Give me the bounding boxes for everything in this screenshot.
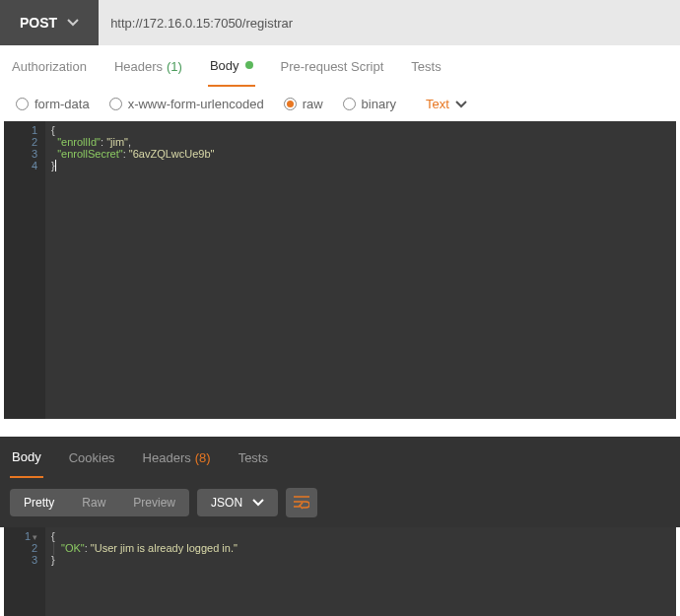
line-number: 1 [12, 124, 37, 136]
radio-form-data[interactable]: form-data [16, 97, 90, 111]
wrap-lines-button[interactable] [286, 488, 317, 517]
response-format-selector[interactable]: JSON [197, 489, 278, 516]
line-number: 1▾ [12, 530, 37, 542]
request-toolbar: POST [0, 0, 680, 45]
response-body-editor[interactable]: 1▾ 2 3 {│"OK": "User jim is already logg… [4, 527, 676, 616]
response-tab-headers-count: (8) [195, 450, 211, 465]
tab-headers-count: (1) [167, 59, 182, 74]
url-input[interactable] [99, 0, 680, 45]
tab-tests[interactable]: Tests [409, 47, 442, 86]
response-tab-cookies[interactable]: Cookies [67, 439, 117, 477]
radio-icon [343, 98, 356, 110]
body-indicator-dot [245, 61, 253, 69]
line-number: 4 [12, 160, 37, 171]
request-tabs: Authorization Headers (1) Body Pre-reque… [0, 45, 680, 87]
view-raw[interactable]: Raw [68, 489, 119, 516]
response-tabs: Body Cookies Headers (8) Tests [0, 437, 680, 478]
response-tab-tests[interactable]: Tests [237, 439, 270, 477]
body-type-options: form-data x-www-form-urlencoded raw bina… [0, 87, 680, 121]
code-area[interactable]: { "enrollId": "jim", "enrollSecret": "6a… [45, 121, 676, 419]
chevron-down-icon [252, 499, 264, 507]
line-number: 2 [12, 542, 37, 554]
tab-body[interactable]: Body [208, 46, 255, 87]
radio-icon-checked [284, 98, 297, 110]
line-number: 3 [12, 148, 37, 160]
body-text-format-dropdown[interactable]: Text [426, 97, 467, 111]
request-body-editor[interactable]: 1 2 3 4 { "enrollId": "jim", "enrollSecr… [4, 121, 676, 419]
tab-prerequest[interactable]: Pre-request Script [279, 47, 386, 86]
response-controls: Pretty Raw Preview JSON [0, 478, 680, 527]
spacer [0, 419, 680, 437]
line-number: 3 [12, 554, 37, 566]
line-gutter: 1 2 3 4 [4, 121, 45, 419]
line-number: 2 [12, 136, 37, 148]
chevron-down-icon [455, 101, 467, 108]
radio-icon [16, 98, 29, 110]
tab-body-label: Body [210, 58, 239, 73]
wrap-icon [294, 496, 309, 510]
radio-raw[interactable]: raw [284, 97, 323, 111]
http-method-selector[interactable]: POST [0, 0, 99, 45]
text-cursor [55, 160, 56, 171]
tab-headers[interactable]: Headers (1) [112, 47, 184, 86]
http-method-label: POST [20, 15, 57, 31]
radio-icon [109, 98, 122, 110]
view-preview[interactable]: Preview [119, 489, 189, 516]
radio-binary[interactable]: binary [343, 97, 396, 111]
response-tab-headers[interactable]: Headers (8) [141, 439, 213, 477]
view-mode-group: Pretty Raw Preview [10, 489, 189, 516]
line-gutter: 1▾ 2 3 [4, 527, 45, 616]
response-tab-headers-label: Headers [143, 450, 191, 465]
chevron-down-icon [67, 19, 79, 27]
code-area: {│"OK": "User jim is already logged in."… [45, 527, 676, 616]
view-pretty[interactable]: Pretty [10, 489, 68, 516]
response-tab-body[interactable]: Body [10, 438, 43, 478]
radio-urlencoded[interactable]: x-www-form-urlencoded [109, 97, 264, 111]
tab-authorization[interactable]: Authorization [10, 47, 89, 86]
tab-headers-label: Headers [114, 59, 163, 74]
